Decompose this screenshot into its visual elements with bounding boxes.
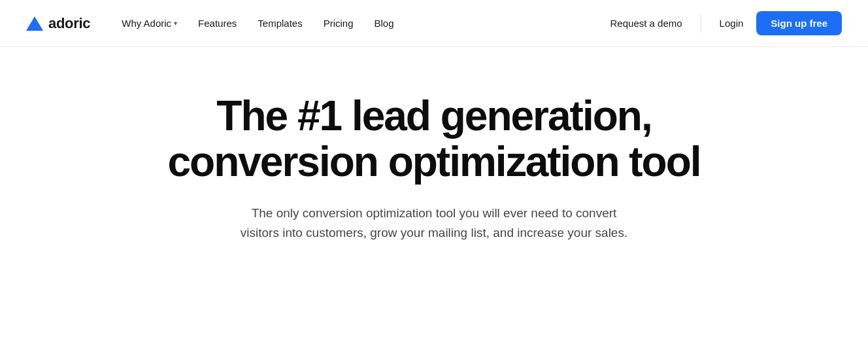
nav-links: Why Adoric ▾ Features Templates Pricing … <box>114 12 401 34</box>
hero-section: The #1 lead generation, conversion optim… <box>0 47 868 283</box>
request-demo-button[interactable]: Request a demo <box>600 12 693 34</box>
nav-item-features-label: Features <box>198 18 237 29</box>
hero-subtitle: The only conversion optimization tool yo… <box>238 204 630 243</box>
nav-item-why-adoric-label: Why Adoric <box>122 18 171 29</box>
signup-button[interactable]: Sign up free <box>756 11 842 35</box>
nav-item-features[interactable]: Features <box>190 12 244 34</box>
login-button[interactable]: Login <box>709 12 754 34</box>
navbar-right: Request a demo Login Sign up free <box>600 11 842 35</box>
brand-name: adoric <box>48 15 90 32</box>
nav-divider <box>701 14 701 33</box>
hero-title-line2: conversion optimization tool <box>167 138 700 185</box>
nav-item-templates[interactable]: Templates <box>250 12 310 34</box>
navbar: adoric Why Adoric ▾ Features Templates P… <box>0 0 868 47</box>
signup-label: Sign up free <box>771 18 827 29</box>
nav-item-why-adoric[interactable]: Why Adoric ▾ <box>114 12 185 34</box>
request-demo-label: Request a demo <box>610 18 682 29</box>
logo-triangle-icon <box>26 16 43 31</box>
hero-title-line1: The #1 lead generation, <box>216 92 651 139</box>
navbar-left: adoric Why Adoric ▾ Features Templates P… <box>26 12 402 34</box>
nav-item-templates-label: Templates <box>258 18 302 29</box>
nav-item-pricing-label: Pricing <box>324 18 354 29</box>
nav-item-pricing[interactable]: Pricing <box>316 12 361 34</box>
chevron-down-icon: ▾ <box>174 20 177 27</box>
logo[interactable]: adoric <box>26 15 90 32</box>
nav-item-blog-label: Blog <box>375 18 394 29</box>
nav-item-blog[interactable]: Blog <box>367 12 402 34</box>
login-label: Login <box>720 18 744 29</box>
hero-title: The #1 lead generation, conversion optim… <box>167 93 700 185</box>
